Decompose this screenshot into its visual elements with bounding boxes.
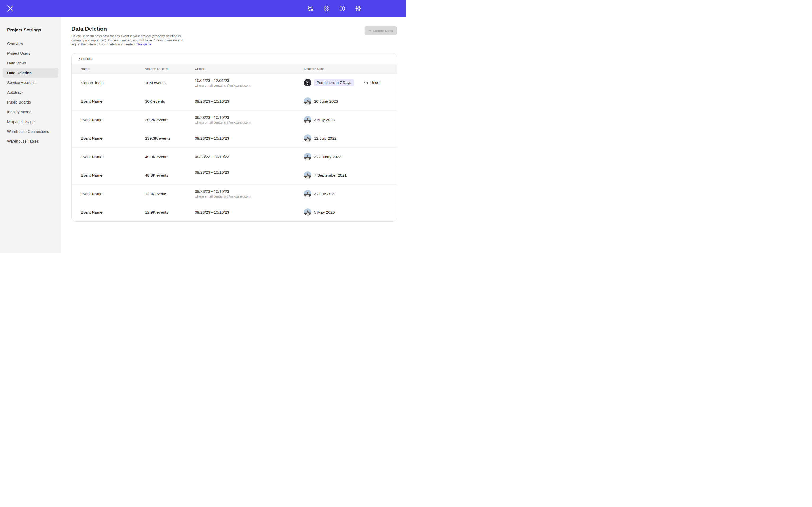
deletion-date-cell: Permanent in 7 Days Undo <box>304 79 397 87</box>
criteria-range: 09/23/23 - 10/10/23 <box>195 99 299 104</box>
person-photo-avatar <box>304 98 311 105</box>
apps-grid-icon[interactable] <box>323 5 329 12</box>
event-name-cell: Event Name <box>81 117 145 122</box>
criteria-filter: where email contains @mixpanel.com <box>195 194 299 198</box>
page-description: Delete up to 90 days data for any event … <box>71 34 183 47</box>
sidebar-item-warehouse-connections[interactable]: Warehouse Connections <box>3 126 58 136</box>
svg-text:?: ? <box>341 7 343 10</box>
person-photo-avatar <box>304 153 311 160</box>
help-icon[interactable]: ? <box>339 5 346 12</box>
sidebar-list: Overview Project Users Data Views Data D… <box>0 39 61 146</box>
criteria-cell: 09/23/23 - 10/10/23 <box>195 155 304 159</box>
deletion-date: 3 May 2023 <box>314 117 335 122</box>
criteria-range: 09/23/23 - 10/10/23 <box>195 189 299 193</box>
page-title: Data Deletion <box>71 25 183 32</box>
column-header-name: Name <box>81 67 145 71</box>
settings-icon[interactable] <box>355 5 361 12</box>
person-photo-avatar <box>304 208 311 216</box>
criteria-filter: where email contains @mixpanel.com <box>195 121 299 124</box>
person-photo-avatar <box>304 171 311 179</box>
person-photo-avatar <box>304 190 311 197</box>
deletion-date-cell: 3 January 2022 <box>304 153 397 160</box>
description-line-1: Delete up to 90 days data for any event … <box>71 34 181 38</box>
status-badge: Permanent in 7 Days <box>314 79 354 87</box>
criteria-range: 10/01/23 - 12/01/23 <box>195 78 299 82</box>
volume-deleted-cell: 48.3K events <box>145 173 195 177</box>
mixpanel-project-settings-page: ? Project Settings Overview Project User… <box>0 0 406 253</box>
deletion-date: 5 May 2020 <box>314 210 335 214</box>
table-row: Event Name 30K events 09/23/23 - 10/10/2… <box>71 92 397 110</box>
criteria-range: 09/23/23 - 10/10/23 <box>195 136 299 140</box>
criteria-filter: where email contains @mixpanel.com <box>195 84 299 88</box>
criteria-cell: 09/23/23 - 10/10/23 <box>195 99 304 104</box>
criteria-cell: 09/23/23 - 10/10/23 where email contains… <box>195 115 304 124</box>
delete-data-button[interactable]: + Delete Data <box>364 26 397 35</box>
volume-deleted-cell: 30K events <box>145 99 195 104</box>
table-row: Signup_login 10M events 10/01/23 - 12/01… <box>71 73 397 92</box>
deletion-date-cell: 12 July 2022 <box>304 134 397 142</box>
event-name-cell: Event Name <box>81 210 145 214</box>
column-header-volume-deleted: Volume Deleted <box>145 67 195 71</box>
volume-deleted-cell: 10M events <box>145 80 195 85</box>
description-line-3: adjust the criteria of your deletion if … <box>71 43 136 46</box>
deletion-date: 3 June 2021 <box>314 191 336 196</box>
criteria-range: 09/23/23 - 10/10/23 <box>195 115 299 120</box>
results-count: 5 Results <box>71 53 397 64</box>
sidebar-title: Project Settings <box>7 27 61 33</box>
volume-deleted-cell: 49.9K events <box>145 155 195 159</box>
undo-label: Undo <box>370 80 379 85</box>
delete-data-button-label: Delete Data <box>373 29 393 33</box>
criteria-cell: 09/23/23 - 10/10/23 <box>195 210 304 214</box>
sidebar-item-project-users[interactable]: Project Users <box>3 48 58 58</box>
table-row: Event Name 20.2K events 09/23/23 - 10/10… <box>71 110 397 129</box>
sidebar-item-public-boards[interactable]: Public Boards <box>3 97 58 107</box>
event-name-cell: Signup_login <box>81 80 145 85</box>
see-guide-link[interactable]: See guide <box>136 43 151 46</box>
data-management-icon[interactable] <box>307 5 314 12</box>
description-line-2: currently not supported). Once submitted… <box>71 39 183 42</box>
sidebar-item-service-accounts[interactable]: Service Accounts <box>3 78 58 88</box>
mixpanel-logo[interactable] <box>7 5 14 12</box>
sidebar-item-autotrack[interactable]: Autotrack <box>3 88 58 97</box>
top-navbar: ? <box>0 0 406 17</box>
criteria-range: 09/23/23 - 10/10/23 <box>195 210 299 214</box>
deletion-date-cell: 3 May 2023 <box>304 116 397 123</box>
deletion-date: 7 September 2021 <box>314 173 347 177</box>
main-content: Data Deletion Delete up to 90 days data … <box>61 17 406 253</box>
deletion-requests-card: 5 Results Name Volume Deleted Criteria D… <box>71 53 397 222</box>
event-name-cell: Event Name <box>81 136 145 140</box>
undo-button[interactable]: Undo <box>363 80 379 85</box>
criteria-range: 09/23/23 - 10/10/23 <box>195 155 299 159</box>
sidebar-item-identity-merge[interactable]: Identity Merge <box>3 107 58 117</box>
criteria-cell: 09/23/23 - 10/10/23 <box>195 136 304 140</box>
plus-icon: + <box>369 28 371 33</box>
sidebar-item-data-deletion[interactable]: Data Deletion <box>3 68 58 78</box>
table-row: Event Name 49.9K events 09/23/23 - 10/10… <box>71 147 397 166</box>
volume-deleted-cell: 12.9K events <box>145 210 195 214</box>
undo-icon <box>363 80 368 85</box>
deletion-date: 12 July 2022 <box>314 136 337 140</box>
deletion-date: 3 January 2022 <box>314 155 341 159</box>
sidebar-item-warehouse-tables[interactable]: Warehouse Tables <box>3 136 58 146</box>
event-name-cell: Event Name <box>81 173 145 177</box>
person-photo-avatar <box>304 116 311 123</box>
table-row: Event Name 123K events 09/23/23 - 10/10/… <box>71 184 397 203</box>
deletion-date-cell: 20 June 2023 <box>304 98 397 105</box>
sidebar-item-mixpanel-usage[interactable]: Mixpanel Usage <box>3 117 58 126</box>
sidebar-item-overview[interactable]: Overview <box>3 39 58 48</box>
criteria-cell: 10/01/23 - 12/01/23 where email contains… <box>195 78 304 88</box>
criteria-cell: 09/23/23 - 10/10/23 where email contains… <box>195 189 304 198</box>
column-header-criteria: Criteria <box>195 67 304 71</box>
volume-deleted-cell: 239.3K events <box>145 136 195 140</box>
page-header: Data Deletion Delete up to 90 days data … <box>71 25 397 47</box>
event-name-cell: Event Name <box>81 155 145 159</box>
event-name-cell: Event Name <box>81 99 145 104</box>
dark-doodle-avatar <box>304 79 311 87</box>
sidebar-item-data-views[interactable]: Data Views <box>3 58 58 68</box>
volume-deleted-cell: 123K events <box>145 191 195 196</box>
column-header-deletion-date: Deletion Date <box>304 67 397 71</box>
table-row: Event Name 48.3K events 09/23/23 - 10/10… <box>71 166 397 184</box>
project-settings-sidebar: Project Settings Overview Project Users … <box>0 17 61 253</box>
navbar-icon-group: ? <box>307 5 361 12</box>
deletion-date-cell: 3 June 2021 <box>304 190 397 197</box>
